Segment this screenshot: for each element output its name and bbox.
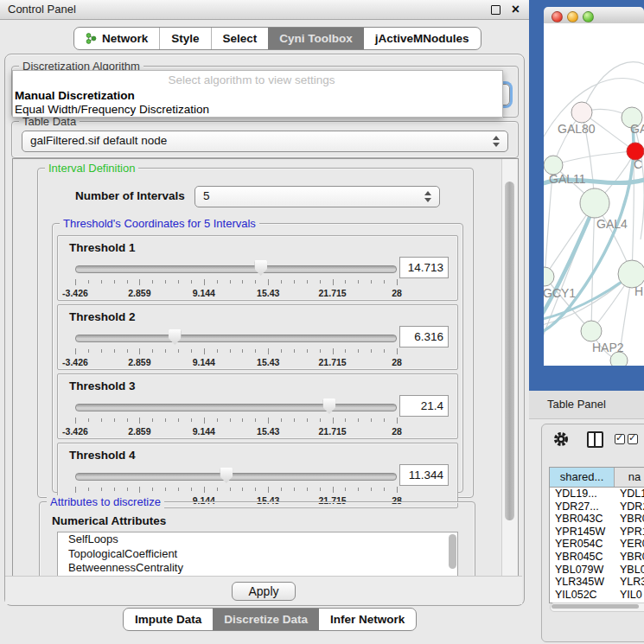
network-node-gcy1[interactable] [544, 267, 554, 286]
tab-select[interactable]: Select [211, 28, 269, 49]
slider-thumb-icon[interactable] [254, 260, 267, 276]
network-window-titlebar[interactable] [544, 7, 644, 24]
slider-tick-labels: -3.4262.8599.14415.4321.71528 [75, 426, 397, 436]
algorithm-dropdown-popup: Select algorithm to view settings Manual… [12, 70, 503, 118]
float-panel-icon[interactable] [491, 5, 501, 15]
table-row[interactable]: YDL19...YDL1 [550, 488, 644, 501]
threshold-value-input[interactable] [399, 464, 449, 486]
threshold-slider[interactable]: -3.4262.8599.14415.4321.71528 [75, 399, 397, 435]
network-canvas[interactable]: GAL80GACGAL11GAL4GCY1HHAP2 [544, 23, 644, 366]
table-panel: shared...na YDL19...YDL1YDR27...YDR2YBR0… [541, 424, 644, 642]
network-node-gal80[interactable] [571, 102, 592, 123]
algorithm-option-manual[interactable]: Manual Discretization [15, 89, 135, 102]
number-of-intervals-combobox[interactable]: 5 [194, 186, 440, 207]
threshold-value-input[interactable] [399, 395, 449, 417]
tab-label: Network [102, 32, 148, 45]
tab-label: Discretize Data [224, 613, 308, 626]
threshold-value-input[interactable] [399, 326, 449, 348]
thresholds-group: Threshold's Coordinates for 5 Intervals … [52, 223, 463, 493]
bottom-tab-bar: Impute DataDiscretize DataInfer Network [123, 608, 417, 631]
tab-style[interactable]: Style [159, 28, 210, 49]
table-cell: YBR043C [550, 513, 615, 526]
table-hscrollbar-thumb[interactable] [552, 604, 639, 609]
network-node-label: HAP2 [592, 341, 624, 354]
tab-cyni-toolbox[interactable]: Cyni Toolbox [268, 28, 364, 49]
threshold-label: Threshold 4 [69, 449, 136, 462]
network-node-label: GAL4 [596, 217, 628, 231]
table-row[interactable]: YBL079WYBL0 [550, 564, 644, 577]
table-row[interactable]: YDR27...YDR2 [550, 501, 644, 513]
table-cell: YBR0 [615, 551, 644, 564]
tab-jactivemnodules[interactable]: jActiveMNodules [364, 28, 481, 49]
algorithm-option-equal-width[interactable]: Equal Width/Frequency Discretization [15, 103, 209, 116]
table-cell: YBL0 [615, 564, 644, 577]
slider-track[interactable] [75, 335, 397, 342]
table-cell: YDR2 [615, 501, 644, 513]
slider-thumb-icon[interactable] [169, 329, 182, 345]
slider-track[interactable] [75, 473, 397, 481]
tab-infer-network[interactable]: Infer Network [319, 609, 416, 630]
table-cell: YDL1 [615, 488, 644, 501]
tab-network[interactable]: Network [74, 28, 159, 49]
table-row[interactable]: YPR145WYPR1 [550, 526, 644, 539]
close-panel-icon[interactable]: × [512, 0, 520, 19]
algorithm-placeholder-option[interactable]: Select algorithm to view settings [13, 73, 490, 86]
mac-zoom-icon[interactable] [583, 11, 594, 22]
number-of-intervals-value: 5 [203, 189, 210, 202]
slider-ticks [75, 348, 397, 355]
column-header-na[interactable]: na [615, 468, 644, 487]
split-columns-icon[interactable] [587, 431, 603, 448]
threshold-slider[interactable]: -3.4262.8599.14415.4321.71528 [75, 260, 397, 296]
table-cell: YDR27... [550, 501, 615, 513]
table-row[interactable]: YER054CYER0 [550, 538, 644, 551]
network-edge[interactable] [591, 203, 595, 331]
settings-scrollbar-track[interactable] [501, 159, 518, 576]
table-row[interactable]: YLR345WYLR3 [550, 576, 644, 589]
list-scrollbar-thumb[interactable] [449, 534, 456, 569]
slider-thumb-icon[interactable] [220, 468, 233, 483]
slider-track[interactable] [75, 265, 397, 273]
tab-label: Select [223, 32, 258, 45]
network-node-label: GCY1 [544, 286, 576, 300]
attribute-list-item[interactable]: SelfLoops [58, 532, 457, 547]
table-panel-title: Table Panel [547, 398, 606, 411]
network-edge[interactable] [553, 151, 635, 165]
mac-minimize-icon[interactable] [567, 11, 578, 22]
attribute-list-item[interactable]: TopologicalCoefficient [58, 547, 457, 562]
table-cell: YBR0 [615, 513, 644, 526]
tab-discretize-data[interactable]: Discretize Data [213, 609, 319, 630]
attribute-list-item[interactable]: BetweennessCentrality [58, 561, 457, 576]
table-cell: YIL052C [550, 589, 615, 602]
table-hscrollbar-track[interactable] [550, 603, 644, 612]
control-panel-titlebar: Control Panel × [0, 0, 529, 20]
gear-icon[interactable] [552, 430, 570, 448]
table-row[interactable]: YBR043CYBR0 [550, 513, 644, 526]
slider-tick-labels: -3.4262.8599.14415.4321.71528 [75, 288, 397, 297]
slider-thumb-icon[interactable] [322, 399, 335, 414]
tab-impute-data[interactable]: Impute Data [124, 609, 213, 630]
slider-ticks [75, 418, 397, 424]
threshold-value-input[interactable] [399, 257, 449, 278]
table-data-combobox[interactable]: galFiltered.sif default node [22, 131, 508, 152]
table-row[interactable]: YBR045CYBR0 [550, 551, 644, 564]
table-row[interactable]: YIL052CYIL0 [550, 589, 644, 602]
mac-close-icon[interactable] [552, 11, 563, 22]
settings-scrollbar-thumb[interactable] [505, 182, 514, 520]
table-cell: YPR1 [615, 526, 644, 539]
checked-box-icon[interactable] [615, 434, 625, 444]
tab-label: jActiveMNodules [375, 32, 469, 45]
threshold-label: Threshold 2 [69, 310, 136, 323]
column-header-shared[interactable]: shared... [550, 468, 615, 487]
numerical-attributes-list[interactable]: SelfLoopsTopologicalCoefficientBetweenne… [57, 532, 458, 577]
network-node-label: GAL80 [558, 122, 596, 136]
table-cell: YBR045C [550, 551, 615, 564]
apply-button[interactable]: Apply [232, 582, 296, 601]
top-tab-bar: NetworkStyleSelectCyni ToolboxjActiveMNo… [73, 27, 481, 50]
network-node-gal4[interactable] [580, 188, 609, 218]
thresholds-group-label: Threshold's Coordinates for 5 Intervals [60, 217, 259, 230]
threshold-row-3: Threshold 3-3.4262.8599.14415.4321.71528 [57, 373, 458, 439]
slider-track[interactable] [75, 404, 397, 411]
checked-box-icon[interactable] [628, 434, 638, 444]
threshold-slider[interactable]: -3.4262.8599.14415.4321.71528 [75, 329, 397, 366]
network-node-hap2[interactable] [581, 321, 602, 341]
